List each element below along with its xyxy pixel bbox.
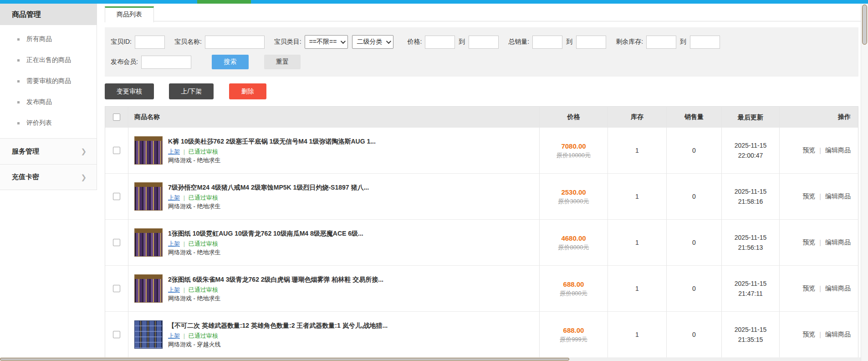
tab-bar: 商品列表 bbox=[105, 4, 861, 21]
select-all-checkbox[interactable] bbox=[113, 113, 120, 121]
original-price: 原价999元 bbox=[560, 335, 587, 344]
vertical-scrollbar-thumb[interactable] bbox=[862, 5, 867, 45]
price-max-input[interactable] bbox=[469, 36, 499, 49]
sales-min-input[interactable] bbox=[532, 36, 562, 49]
sidebar-item-label: 评价列表 bbox=[26, 119, 52, 127]
item-id-input[interactable] bbox=[135, 36, 165, 49]
row-checkbox[interactable] bbox=[113, 193, 120, 200]
stock-value: 1 bbox=[608, 266, 666, 311]
row-checkbox[interactable] bbox=[113, 285, 120, 292]
product-category: 网络游戏 - 绝地求生 bbox=[168, 248, 363, 257]
product-title[interactable]: 2张图纸 6级朱雀M4 3级青龙762 2级白虎锅 珊瑚色烟雾弹 柏林鞋 交易所… bbox=[168, 275, 383, 284]
status-separator: | bbox=[184, 240, 185, 247]
edit-product-link[interactable]: 编辑商品 bbox=[825, 192, 851, 201]
table-body: K裤 10级美杜莎762 2级塞壬平底锅 1级无信号M4 1级弥诺陶洛斯AUG … bbox=[105, 128, 858, 358]
stock-value: 1 bbox=[608, 174, 666, 219]
edit-product-link[interactable]: 编辑商品 bbox=[825, 146, 851, 155]
sidebar-item[interactable]: 正在出售的商品 bbox=[0, 50, 97, 71]
sales-value: 0 bbox=[666, 220, 721, 265]
sidebar-header-product-management[interactable]: 商品管理 bbox=[0, 4, 97, 25]
delete-button[interactable]: 删除 bbox=[229, 83, 266, 99]
shelf-status-link[interactable]: 上架 bbox=[168, 240, 180, 247]
total-sales-label: 总销量: bbox=[508, 38, 529, 46]
preview-link[interactable]: 预览 bbox=[802, 284, 815, 293]
status-separator: | bbox=[184, 148, 185, 155]
item-name-label: 宝贝名称: bbox=[174, 38, 202, 46]
preview-link[interactable]: 预览 bbox=[802, 146, 815, 155]
product-category: 网络游戏 - 穿越火线 bbox=[168, 340, 388, 349]
horizontal-scrollbar-thumb[interactable] bbox=[0, 358, 569, 361]
row-checkbox[interactable] bbox=[113, 331, 120, 338]
edit-product-link[interactable]: 编辑商品 bbox=[825, 330, 851, 339]
shelf-status-link[interactable]: 上架 bbox=[168, 332, 180, 339]
remaining-stock-label: 剩余库存: bbox=[616, 38, 643, 46]
chevron-right-icon: ❯ bbox=[81, 173, 87, 181]
loading-progress-segment bbox=[197, 0, 251, 4]
row-checkbox[interactable] bbox=[113, 147, 120, 154]
search-button[interactable]: 搜索 bbox=[212, 55, 249, 69]
chevron-down-icon bbox=[386, 39, 391, 44]
product-title[interactable]: K裤 10级美杜莎762 2级塞壬平底锅 1级无信号M4 1级弥诺陶洛斯AUG … bbox=[168, 137, 376, 146]
top-loading-bar bbox=[0, 0, 868, 4]
bullet-icon bbox=[17, 38, 20, 41]
product-title[interactable]: 【不可二次 英雄武器数量:12 英雄角色数量:2 王者武器数量:1 岚兮儿,战地… bbox=[168, 321, 388, 330]
stock-min-input[interactable] bbox=[646, 36, 676, 49]
preview-link[interactable]: 预览 bbox=[802, 192, 815, 201]
shelf-status-link[interactable]: 上架 bbox=[168, 148, 180, 155]
price-min-input[interactable] bbox=[425, 36, 455, 49]
product-thumbnail[interactable] bbox=[134, 182, 163, 211]
search-panel: 宝贝ID: 宝贝名称: 宝贝类目: ==不限== 二级分类 价格: bbox=[105, 27, 858, 77]
edit-product-link[interactable]: 编辑商品 bbox=[825, 284, 851, 293]
original-price: 原价3000元 bbox=[558, 197, 589, 206]
change-audit-button[interactable]: 变更审核 bbox=[105, 83, 154, 99]
shelf-status-link[interactable]: 上架 bbox=[168, 194, 180, 201]
sidebar-item[interactable]: 所有商品 bbox=[0, 29, 97, 50]
category-select-value: ==不限== bbox=[309, 38, 337, 46]
product-title[interactable]: 1张图纸 10级霓虹AUG 10级青龙762 10级南瓜M4 8级恶魔ACE 6… bbox=[168, 229, 363, 238]
shelf-status-link[interactable]: 上架 bbox=[168, 286, 180, 293]
audit-status: 已通过审核 bbox=[189, 240, 218, 247]
edit-product-link[interactable]: 编辑商品 bbox=[825, 238, 851, 247]
sidebar-section[interactable]: 服务管理❯ bbox=[0, 138, 97, 164]
sales-max-input[interactable] bbox=[576, 36, 606, 49]
last-updated: 2025-11-15 21:47:11 bbox=[721, 266, 779, 311]
status-separator: | bbox=[184, 332, 185, 339]
sidebar-item[interactable]: 发布商品 bbox=[0, 92, 97, 113]
stock-max-input[interactable] bbox=[690, 36, 720, 49]
chevron-down-icon bbox=[341, 39, 346, 44]
status-separator: | bbox=[184, 194, 185, 201]
sidebar-item[interactable]: 评价列表 bbox=[0, 113, 97, 134]
updated-date: 2025-11-15 bbox=[735, 140, 767, 150]
sidebar-section[interactable]: 充值卡密❯ bbox=[0, 164, 97, 190]
operations-separator: | bbox=[819, 239, 821, 246]
product-thumbnail[interactable] bbox=[134, 274, 163, 303]
preview-link[interactable]: 预览 bbox=[802, 330, 815, 339]
status-separator: | bbox=[184, 286, 185, 293]
shelf-toggle-button[interactable]: 上/下架 bbox=[169, 83, 214, 99]
reset-button[interactable]: 重置 bbox=[264, 55, 301, 69]
subcategory-select-value: 二级分类 bbox=[357, 38, 382, 46]
sidebar-menu: 所有商品正在出售的商品需要审核的商品发布商品评价列表 bbox=[0, 25, 97, 138]
preview-link[interactable]: 预览 bbox=[802, 238, 815, 247]
horizontal-scrollbar bbox=[0, 357, 861, 361]
publisher-member-input[interactable] bbox=[141, 56, 191, 69]
updated-date: 2025-11-15 bbox=[735, 186, 767, 196]
sales-value: 0 bbox=[666, 266, 721, 311]
row-checkbox[interactable] bbox=[113, 239, 120, 246]
stock-value: 1 bbox=[608, 312, 666, 357]
table-row: 1张图纸 10级霓虹AUG 10级青龙762 10级南瓜M4 8级恶魔ACE 6… bbox=[105, 220, 858, 266]
product-title[interactable]: 7级孙悟空M24 4级猪八戒M4 2级寒蚀MP5K 1级烈日灼烧-S1897 猪… bbox=[168, 183, 369, 192]
column-stock: 库存 bbox=[608, 107, 666, 128]
category-select[interactable]: ==不限== bbox=[305, 35, 348, 49]
product-thumbnail[interactable] bbox=[134, 136, 163, 165]
tab-product-list[interactable]: 商品列表 bbox=[105, 6, 154, 22]
product-thumbnail[interactable] bbox=[134, 228, 163, 257]
bullet-icon bbox=[17, 101, 20, 103]
item-name-input[interactable] bbox=[205, 36, 265, 49]
audit-status: 已通过审核 bbox=[189, 286, 218, 293]
sidebar-item[interactable]: 需要审核的商品 bbox=[0, 71, 97, 92]
updated-date: 2025-11-15 bbox=[735, 278, 767, 289]
subcategory-select[interactable]: 二级分类 bbox=[352, 35, 393, 49]
product-thumbnail[interactable] bbox=[134, 320, 163, 349]
last-updated: 2025-11-15 21:56:13 bbox=[721, 220, 779, 265]
